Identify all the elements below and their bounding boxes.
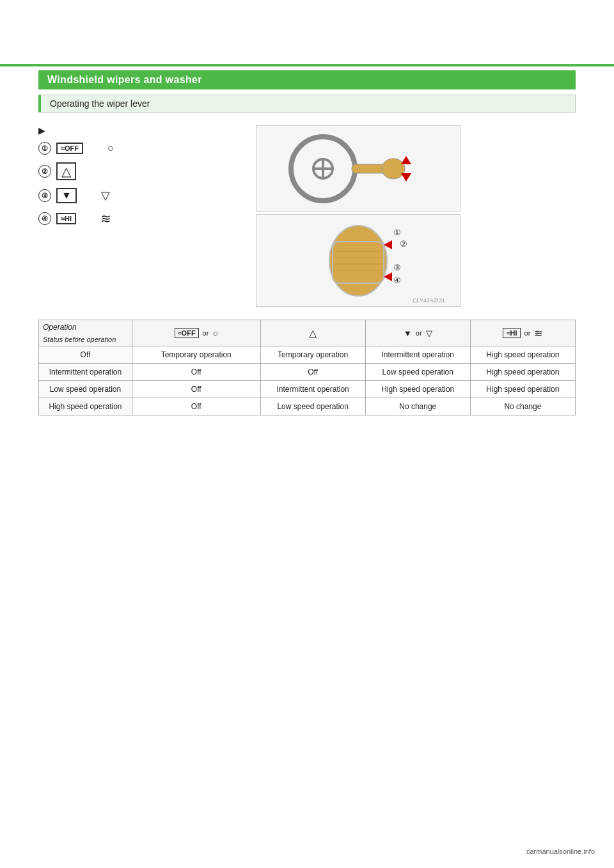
- pos3-num: ③: [38, 189, 51, 202]
- table-col4-header: ≈HI or ≋: [470, 320, 575, 346]
- right-column: ① ② ③ ④ CLY42AZI31: [256, 125, 473, 307]
- row2-col2: Off: [260, 364, 365, 381]
- row4-status: High speed operation: [39, 398, 132, 415]
- svg-text:④: ④: [393, 275, 401, 285]
- lever-closeup-svg: ① ② ③ ④ CLY42AZI31: [259, 216, 457, 306]
- col2-sym-triangle: △: [309, 328, 317, 339]
- table-col2-header: △: [260, 320, 365, 346]
- row1-col2: Temporary operation: [260, 346, 365, 364]
- table-row: Off Temporary operation Temporary operat…: [39, 346, 576, 364]
- header-status-label: Status before operation: [43, 336, 128, 343]
- pos4-symbol: ≋: [100, 211, 111, 226]
- section-title: Windshield wipers and washer: [47, 74, 202, 85]
- table-row: Low speed operation Off Intermittent ope…: [39, 381, 576, 398]
- watermark-text: carmanualsonline.info: [526, 848, 595, 855]
- col3-sym-hollow: ▽: [426, 329, 432, 338]
- row4-col4: No change: [470, 398, 575, 415]
- page-wrapper: Windshield wipers and washer Operating t…: [0, 0, 614, 868]
- bullet-symbol: ▶: [38, 125, 45, 136]
- row3-col4: High speed operation: [470, 381, 575, 398]
- col1-sym-circle: ○: [212, 328, 217, 338]
- row3-col3: High speed operation: [365, 381, 470, 398]
- svg-text:③: ③: [393, 263, 401, 272]
- pos1-badge: ≈OFF: [56, 143, 83, 154]
- row4-col1: Off: [132, 398, 260, 415]
- row2-status: Intermittent operation: [39, 364, 132, 381]
- table-header-operation-status: Operation Status before operation: [39, 320, 132, 346]
- col4-sym-cell: ≈HI or ≋: [475, 327, 571, 339]
- table-col3-header: ▼ or ▽: [365, 320, 470, 346]
- row1-col1: Temporary operation: [132, 346, 260, 364]
- row4-col2: Low speed operation: [260, 398, 365, 415]
- col3-sym-arrow: ▼: [404, 329, 412, 338]
- header-operation-label: Operation: [43, 323, 128, 332]
- pos3-badge: ▼: [56, 188, 77, 203]
- subsection-title: Operating the wiper lever: [50, 98, 150, 109]
- row2-col1: Off: [132, 364, 260, 381]
- row1-status: Off: [39, 346, 132, 364]
- watermark: carmanualsonline.info: [526, 848, 595, 855]
- col1-sym-off: ≈OFF: [175, 328, 199, 338]
- row2-col3: Low speed operation: [365, 364, 470, 381]
- col4-sym-lines: ≋: [534, 327, 542, 339]
- left-column: ▶ ① ≈OFF ○ ② △ ③ ▼ ▽: [38, 125, 243, 307]
- image-caption: CLY42AZI31: [413, 297, 445, 304]
- svg-text:②: ②: [400, 239, 407, 249]
- bullet: ▶: [38, 125, 243, 136]
- col3-sym-cell: ▼ or ▽: [370, 329, 466, 338]
- pos4-badge: ≈HI: [56, 213, 76, 224]
- row1-col3: Intermittent operation: [365, 346, 470, 364]
- row1-col4: High speed operation: [470, 346, 575, 364]
- wiper-position-3: ③ ▼ ▽: [38, 188, 243, 203]
- steering-wheel-svg: [259, 127, 457, 210]
- table-row: Intermittent operation Off Off Low speed…: [39, 364, 576, 381]
- col1-sym-cell: ≈OFF or ○: [136, 328, 256, 338]
- content-block: ▶ ① ≈OFF ○ ② △ ③ ▼ ▽: [38, 125, 576, 307]
- pos1-symbol: ○: [107, 143, 114, 154]
- accent-bar: [0, 64, 614, 66]
- lever-closeup-image: ① ② ③ ④ CLY42AZI31: [256, 214, 460, 307]
- svg-point-6: [382, 159, 405, 179]
- wiper-position-2: ② △: [38, 162, 243, 180]
- table-row: High speed operation Off Low speed opera…: [39, 398, 576, 415]
- pos2-num: ②: [38, 165, 51, 178]
- row4-col3: No change: [365, 398, 470, 415]
- wiper-images: ① ② ③ ④ CLY42AZI31: [256, 125, 473, 307]
- pos4-num: ④: [38, 212, 51, 225]
- table-col1-header: ≈OFF or ○: [132, 320, 260, 346]
- operation-table: Operation Status before operation ≈OFF o…: [38, 320, 576, 415]
- row3-col1: Off: [132, 381, 260, 398]
- pos2-badge: △: [56, 162, 76, 180]
- col4-sym-hi: ≈HI: [503, 328, 520, 338]
- pos3-symbol: ▽: [101, 189, 110, 203]
- pos1-num: ①: [38, 142, 51, 155]
- row3-status: Low speed operation: [39, 381, 132, 398]
- subsection-header: Operating the wiper lever: [38, 95, 576, 112]
- row2-col4: High speed operation: [470, 364, 575, 381]
- row3-col2: Intermittent operation: [260, 381, 365, 398]
- section-header: Windshield wipers and washer: [38, 70, 576, 89]
- steering-wheel-image: [256, 125, 460, 212]
- wiper-position-1: ① ≈OFF ○: [38, 142, 243, 155]
- svg-text:①: ①: [393, 228, 401, 237]
- svg-rect-11: [333, 242, 384, 283]
- wiper-position-4: ④ ≈HI ≋: [38, 211, 243, 226]
